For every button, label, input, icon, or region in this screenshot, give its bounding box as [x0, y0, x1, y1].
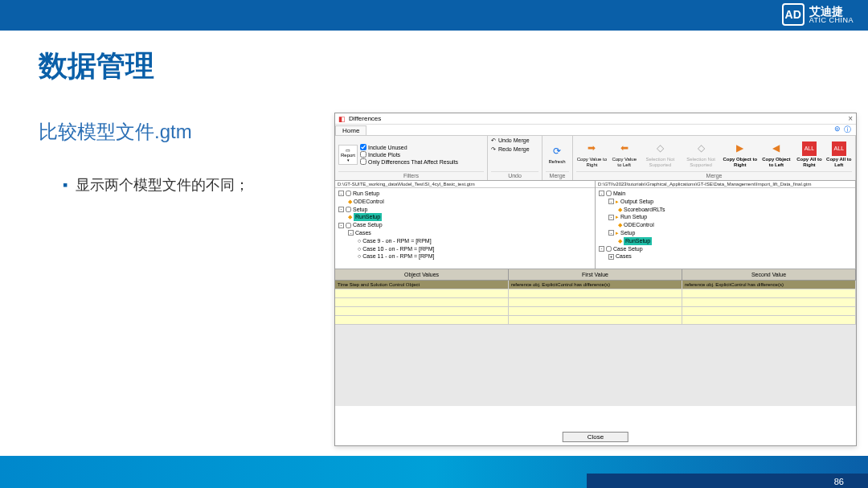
window-icon: ◧: [338, 115, 346, 123]
bullet-item: 显示两个模型文件的不同；: [63, 175, 249, 195]
left-tree-pane: D:\GT-SUITE_working_data\Model_Test\SI_4…: [335, 181, 596, 269]
slide-subtitle: 比较模型文件.gtm: [39, 119, 192, 145]
arrow-left-icon: ⬅: [617, 141, 632, 156]
info-icon[interactable]: ⓘ: [844, 125, 851, 135]
object-left-icon: ◀: [769, 141, 784, 156]
report-button[interactable]: ▭ Report▾: [338, 145, 358, 165]
tree-node-case-setup-r[interactable]: - Case Setup: [599, 245, 852, 253]
logo-en: ATIC CHINA: [809, 17, 854, 24]
window-title: Differences: [349, 115, 381, 122]
tree-node-output[interactable]: - ▸ Output Setup: [608, 198, 852, 206]
refresh-button[interactable]: ⟳Refresh: [546, 144, 568, 165]
undo-group-label: Undo: [491, 171, 538, 178]
selection-not-supported-1: ◇Selection Not Supported: [641, 141, 680, 167]
grid-header-second-value: Second Value: [682, 269, 856, 280]
tree-node-case9[interactable]: ○ Case 9 - on - RPM = [RPM]: [358, 237, 592, 245]
copy-object-left-button[interactable]: ◀Copy Object to Left: [760, 141, 793, 167]
logo-mark: AD: [782, 3, 805, 26]
tree-node-cases-r[interactable]: + Cases: [608, 252, 852, 260]
tab-home[interactable]: Home: [335, 125, 366, 135]
merge-group-label-1: Merge: [546, 171, 569, 178]
all-right-icon: ALL: [802, 141, 817, 156]
only-diff-checkbox[interactable]: Only Differences That Affect Results: [360, 158, 458, 165]
grid-row-empty[interactable]: [335, 307, 856, 316]
copy-all-right-button[interactable]: ALLCopy All to Right: [795, 141, 823, 167]
all-left-icon: ALL: [832, 141, 846, 156]
html-icon: ▭: [346, 147, 350, 153]
tree-node-score[interactable]: ◆ ScoreboardRLTs: [618, 206, 852, 214]
tree-node-runsetup-hl-r[interactable]: ◆ RunSetup: [618, 237, 852, 245]
tree-node-setup-r[interactable]: - ▸ Setup: [608, 229, 852, 237]
grid-row-empty[interactable]: [335, 298, 856, 307]
copy-object-right-button[interactable]: ▶Copy Object to Right: [723, 141, 758, 167]
tree-node-case11[interactable]: ○ Case 11 - on - RPM = [RPM]: [358, 252, 592, 260]
copy-value-right-button[interactable]: ➡Copy Value to Right: [576, 141, 608, 167]
tree-node-run-setup-r[interactable]: - ▸ Run Setup: [608, 213, 852, 221]
blocked-icon: ◇: [694, 141, 708, 156]
differences-window: ◧ Differences × Home ⊚ⓘ ▭ Report▾ Includ…: [334, 113, 857, 446]
include-plots-checkbox[interactable]: Include Plots: [360, 151, 458, 158]
right-tree-pane: D:\GTI\v2023\tutorials\Graphical_Applica…: [596, 181, 856, 269]
tree-node-ode[interactable]: ◆ ODEControl: [348, 198, 592, 206]
grid-header-first-value: First Value: [509, 269, 682, 280]
tree-node-ode-r[interactable]: ◆ ODEControl: [618, 221, 852, 229]
arrow-right-icon: ➡: [584, 141, 599, 156]
page-number: 86: [834, 477, 844, 486]
tree-node-runsetup-hl[interactable]: ◆ RunSetup: [348, 213, 592, 221]
selection-not-supported-2: ◇Selection Not Supported: [682, 141, 720, 167]
blocked-icon: ◇: [653, 141, 667, 156]
include-unused-checkbox[interactable]: Include Unused: [360, 144, 458, 150]
refresh-icon: ⟳: [550, 144, 564, 158]
tree-node-cases[interactable]: - Cases: [348, 229, 592, 237]
copy-all-left-button[interactable]: ALLCopy All to Left: [826, 141, 852, 167]
grid-row-empty[interactable]: [335, 316, 856, 325]
slide-title: 数据管理: [39, 47, 154, 86]
tree-node-setup[interactable]: - Setup: [338, 206, 592, 214]
redo-merge-button[interactable]: ↷Redo Merge: [491, 146, 530, 153]
undo-merge-button[interactable]: ↶Undo Merge: [491, 137, 530, 144]
logo-cn: 艾迪捷: [809, 6, 854, 17]
tree-node-main[interactable]: - Main: [599, 190, 852, 198]
brand-logo: AD 艾迪捷 ATIC CHINA: [782, 3, 854, 26]
close-button[interactable]: Close: [563, 432, 628, 442]
tree-node-run-setup[interactable]: - Run Setup: [338, 190, 592, 198]
object-right-icon: ▶: [733, 141, 747, 156]
copy-value-left-button[interactable]: ⬅Copy Value to Left: [610, 141, 639, 167]
undo-icon: ↶: [491, 137, 496, 144]
tree-node-case-setup[interactable]: - Case Setup: [338, 221, 592, 229]
close-icon[interactable]: ×: [848, 114, 853, 123]
help-icon[interactable]: ⊚: [834, 125, 841, 135]
grid-row-empty[interactable]: [335, 289, 856, 298]
left-file-path: D:\GT-SUITE_working_data\Model_Test\SI_4…: [335, 181, 595, 188]
grid-header-object-values: Object Values: [335, 269, 509, 280]
diff-grid: Object Values First Value Second Value T…: [335, 269, 856, 406]
grid-row-selected[interactable]: Time Step and Solution Control Object re…: [335, 281, 856, 289]
filters-group-label: Filters: [338, 171, 484, 178]
redo-icon: ↷: [491, 146, 496, 153]
merge-group-label: Merge: [576, 171, 852, 178]
tree-node-case10[interactable]: ○ Case 10 - on - RPM = [RPM]: [358, 245, 592, 253]
right-file-path: D:\GTI\v2023\tutorials\Graphical_Applica…: [596, 181, 855, 188]
